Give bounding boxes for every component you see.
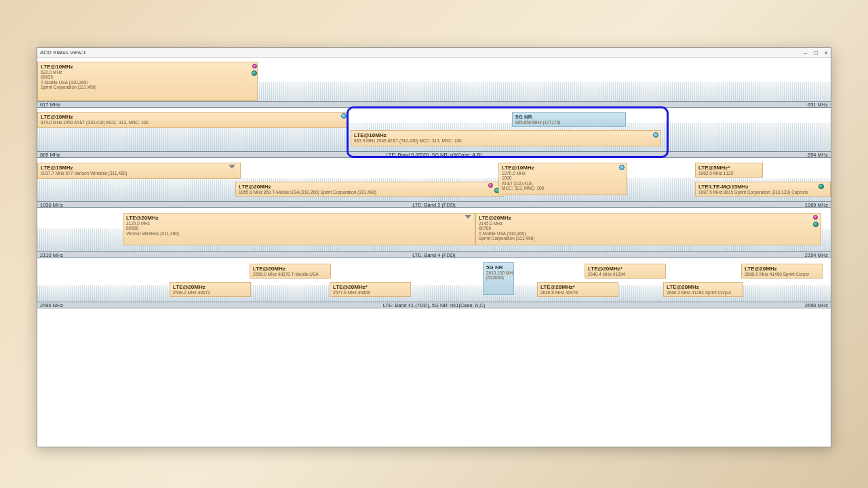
block-line: 2577.8 MHz 40468 (333, 290, 408, 295)
caret-down-icon (465, 215, 471, 219)
axis-bar: 617 MHz 651 MHz (37, 101, 831, 108)
block-title: LTE@20MHz (667, 284, 740, 290)
block-title: LTE@20MHz* (588, 266, 663, 272)
window-controls: – □ × (804, 49, 828, 56)
block-title: LTE@20MHz (253, 266, 328, 272)
status-pin-icon (818, 184, 824, 189)
channel-block[interactable]: LTE@20MHz* 2626.8 MHz 40978 (537, 282, 618, 297)
channel-block[interactable]: LTE@10MHz 874.0 MHz 2450 AT&T (310,410) … (37, 112, 348, 128)
carrier-pin-icon (488, 183, 493, 188)
channel-block[interactable]: LTE@10MHz 883.9 MHz 2549 AT&T (310,410) … (351, 130, 661, 146)
axis-left: 1930 MHz (40, 202, 63, 208)
block-title: LTE/LTE-M@15MHz (698, 184, 827, 190)
block-line: Verizon Wireless (311,480) (126, 231, 472, 236)
carrier-pin-icon (813, 215, 818, 220)
axis-center: LTE: Band 4 (FDD) (412, 252, 456, 258)
channel-block[interactable]: LTE/LTE-M@15MHz 1987.5 MHz 8615 Sprint C… (695, 182, 831, 197)
carrier-pin-icon (252, 64, 257, 68)
axis-left: 617 MHz (40, 102, 60, 108)
axis-right: 2154 MHz (805, 252, 828, 258)
axis-left: 869 MHz (40, 152, 60, 158)
axis-bar: 2496 MHz LTE: Band 41 (TDD), 5G NR: n41(… (37, 302, 831, 308)
axis-right: 2690 MHz (805, 302, 828, 308)
block-line: 2640.4 MHz 41094 (588, 272, 663, 277)
block-title: LTE@20MHz (239, 184, 500, 190)
block-line: 1987.5 MHz 8615 Sprint Corporation (310,… (698, 190, 827, 195)
block-line: 2626.8 MHz 40978 (540, 290, 615, 295)
app-window: ACD Status View:1 – □ × LTE@10MHz 622.0 … (37, 47, 831, 447)
minimize-button[interactable]: – (804, 49, 807, 56)
channel-block[interactable]: LTE@20MHz 2680.0 MHz 41490 Sprint Corpor (741, 264, 823, 279)
block-line: 2680.0 MHz 41490 Sprint Corpor (745, 272, 819, 277)
axis-right: 894 MHz (808, 152, 828, 158)
channel-block-5gnr[interactable]: 5G NR 2610.150 MHz (522030) (483, 262, 514, 295)
block-line: 622.0 MHz (41, 70, 254, 75)
channel-block[interactable]: LTE@10MHz 622.0 MHz 68636 T-Mobile USA (… (37, 62, 258, 101)
status-pin-icon (341, 113, 347, 119)
spectrum-view[interactable]: LTE@10MHz 622.0 MHz 68636 T-Mobile USA (… (37, 58, 831, 447)
window-title: ACD Status View:1 (40, 49, 804, 56)
block-line: 883.9 MHz 2549 AT&T (310,410) MCC: 313, … (354, 138, 658, 143)
axis-center: LTE: Band 2 (FDD) (412, 202, 456, 208)
channel-block[interactable]: LTE@20MHz 2125.0 MHz 66586 Verizon Wirel… (123, 213, 475, 245)
block-line: 1970.0 MHz (502, 171, 624, 176)
block-title: LTE@10MHz (502, 165, 624, 171)
block-line: 66586 (126, 226, 472, 230)
block-line: MCC: 313, MNC: 100 (502, 186, 624, 190)
block-title: LTE@5MHz* (698, 165, 760, 171)
maximize-button[interactable]: □ (814, 49, 817, 56)
block-title: LTE@20MHz (126, 215, 472, 221)
block-line: 2145.0 MHz (479, 221, 818, 226)
block-title: LTE@20MHz* (333, 284, 408, 290)
block-title: LTE@20MHz (479, 215, 818, 221)
channel-block[interactable]: LTE@20MHz 2558.0 MHz 40270 T-Mobile USA (250, 264, 331, 279)
block-title: 5G NR (515, 114, 623, 120)
block-title: LTE@20MHz* (540, 284, 615, 290)
channel-block[interactable]: LTE@20MHz 2660.2 MHz 41292 Sprint Corpor (663, 282, 743, 297)
block-line: 1982.5 MHz 1125 (698, 171, 760, 176)
block-line: 1955.0 MHz 850 T-Mobile USA (310,260) Sp… (239, 190, 500, 195)
block-line: 2538.2 MHz 40072 (173, 290, 248, 295)
block-line: Sprint Corporation (311,490) (41, 85, 254, 89)
channel-block[interactable]: LTE@20MHz 2538.2 MHz 40072 (170, 282, 251, 297)
block-line: T-Mobile USA (310,260) (479, 231, 818, 236)
channel-block-5gnr[interactable]: 5G NR 885.850 MHz (177170) (512, 112, 626, 127)
block-line: 874.0 MHz 2450 AT&T (310,410) MCC: 313, … (41, 120, 344, 125)
channel-block[interactable]: LTE@20MHz* 2577.8 MHz 40468 (330, 282, 411, 297)
caret-down-icon (229, 165, 235, 169)
block-title: 5G NR (486, 264, 511, 270)
channel-block[interactable]: LTE@10MHz 1970.0 MHz 1000 AT&T (310,410)… (498, 163, 627, 195)
channel-block[interactable]: LTE@15MHz 1937.7 MHz 677 Verizon Wireles… (37, 163, 241, 179)
axis-left: 2496 MHz (40, 302, 63, 308)
axis-bar: 1930 MHz LTE: Band 2 (FDD) 1989 MHz (37, 201, 831, 208)
block-line: (522030) (486, 275, 511, 280)
axis-bar: 869 MHz LTE: Band 5 (FDD), 5G NR: n5(Cas… (37, 151, 831, 158)
channel-block[interactable]: LTE@20MHz 2145.0 MHz 66786 T-Mobile USA … (475, 213, 821, 245)
channel-block[interactable]: LTE@5MHz* 1982.5 MHz 1125 (695, 163, 763, 178)
close-button[interactable]: × (825, 49, 828, 56)
status-pin-icon (653, 132, 658, 138)
block-title: LTE@10MHz (41, 64, 254, 70)
block-title: LTE@20MHz (745, 266, 819, 272)
block-line: Sprint Corporation (311,490) (479, 236, 818, 241)
block-line: 885.850 MHz (177170) (515, 120, 623, 125)
axis-center: LTE: Band 5 (FDD), 5G NR: n5(Case: A,B) (386, 152, 482, 158)
block-line: 2660.2 MHz 41292 Sprint Corpor (667, 290, 740, 295)
block-line: 66786 (479, 226, 818, 230)
block-line: T-Mobile USA (310,260) (41, 80, 254, 85)
axis-center: LTE: Band 41 (TDD), 5G NR: n41(Case: A,C… (383, 302, 485, 308)
block-line: AT&T (310,410) (502, 181, 624, 186)
block-line: 2610.150 MHz (486, 270, 511, 275)
block-title: LTE@10MHz (41, 114, 344, 120)
channel-block[interactable]: LTE@20MHz 1955.0 MHz 850 T-Mobile USA (3… (235, 182, 504, 197)
block-line: 1000 (502, 176, 624, 180)
block-title: LTE@15MHz (41, 165, 237, 171)
titlebar[interactable]: ACD Status View:1 – □ × (37, 48, 831, 58)
axis-bar: 2110 MHz LTE: Band 4 (FDD) 2154 MHz (37, 251, 831, 258)
status-pin-icon (252, 70, 257, 76)
axis-right: 1989 MHz (805, 202, 828, 208)
status-pin-icon (813, 222, 818, 227)
block-title: LTE@20MHz (173, 284, 248, 290)
channel-block[interactable]: LTE@20MHz* 2640.4 MHz 41094 (585, 264, 666, 279)
status-pin-icon (619, 165, 625, 170)
